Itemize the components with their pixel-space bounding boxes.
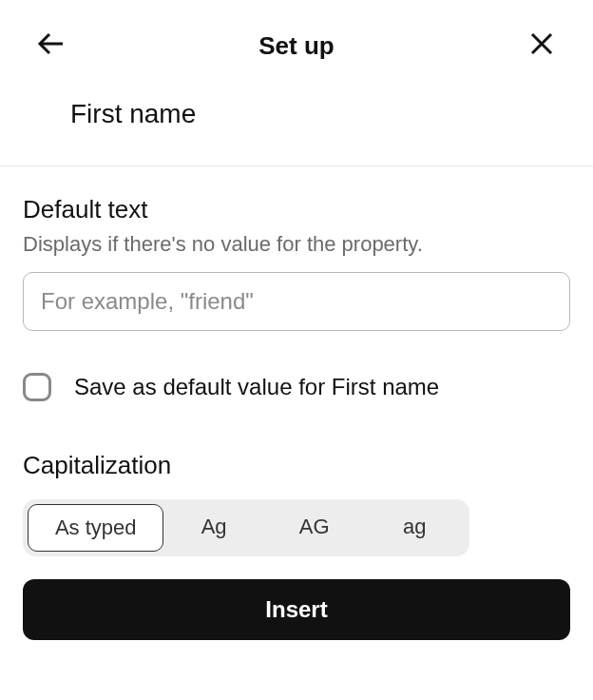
close-icon [528,30,555,61]
save-default-label: Save as default value for First name [74,374,439,400]
save-default-row[interactable]: Save as default value for First name [0,331,593,401]
arrow-left-icon [36,29,67,63]
property-row: First name [0,82,593,166]
segment-upper-case[interactable]: AG [264,504,365,552]
segment-title-case[interactable]: Ag [163,504,264,552]
default-text-section: Default text Displays if there's no valu… [0,166,593,331]
capitalization-section: Capitalization As typed Ag AG ag [0,401,593,556]
segment-lower-case[interactable]: ag [364,504,465,552]
header: Set up [0,0,593,82]
save-default-checkbox[interactable] [23,373,51,401]
insert-button[interactable]: Insert [23,579,570,640]
back-button[interactable] [34,29,68,63]
default-text-input[interactable] [23,272,570,331]
close-button[interactable] [525,29,559,63]
default-text-title: Default text [23,195,570,224]
segment-as-typed[interactable]: As typed [28,504,163,552]
page-title: Set up [258,31,334,61]
property-name: First name [70,99,570,129]
capitalization-title: Capitalization [23,451,570,480]
capitalization-segmented: As typed Ag AG ag [23,499,469,556]
default-text-description: Displays if there's no value for the pro… [23,232,570,257]
